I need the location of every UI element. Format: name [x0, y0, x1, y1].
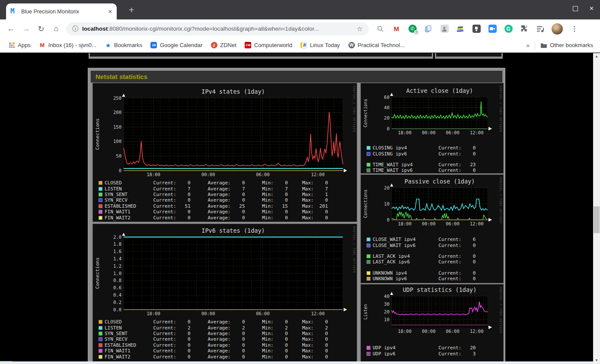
x-tick-label: 18:00 [398, 130, 412, 135]
y-axis-label: Connections [362, 188, 368, 220]
tab-close-icon[interactable]: ✕ [108, 9, 112, 15]
scrollbar-thumb[interactable] [594, 206, 600, 233]
bookmark-bookmarks[interactable]: ★ Bookmarks [105, 42, 142, 49]
back-button[interactable]: ← [6, 24, 15, 33]
reload-button[interactable]: ↻ [37, 24, 45, 34]
legend-swatch [99, 181, 102, 185]
bookmark-label: Inbox (16) - sjvn0... [48, 42, 96, 48]
bookmark-computerworld[interactable]: CW Computerworld [245, 42, 292, 49]
forward-button[interactable]: → [22, 24, 30, 33]
svg-text:M: M [10, 7, 15, 14]
legend-row: CLOSED Current: 0 Average: 0 Min: 0 Max:… [99, 180, 328, 186]
legend-text: TIME_WAIT ipv4 Current: 23 [373, 162, 476, 168]
keep-extension-icon[interactable] [472, 24, 481, 34]
bookmark-linux-today[interactable]: lt Linux Today [300, 42, 340, 49]
legend-text: CLOSED Current: 0 Average: 0 Min: 0 Max:… [105, 180, 328, 186]
extensions-row: M ✆? G ⋮ [376, 23, 582, 35]
legend-row: ESTABLISHED Current: 51 Average: 25 Min:… [99, 203, 328, 209]
next-section-edge [0, 361, 593, 364]
page-info-icon[interactable]: ⓘ [72, 25, 78, 33]
scroll-down-button[interactable]: ▼ [593, 357, 600, 364]
home-button[interactable]: ⌂ [52, 24, 61, 33]
maximize-icon [573, 6, 578, 11]
apps-button[interactable]: Apps [8, 42, 31, 49]
voice-extension-icon[interactable]: ✆? [408, 24, 417, 34]
scroll-up-button[interactable]: ▲ [593, 53, 600, 60]
monitorix-logo-icon: M [10, 7, 17, 16]
address-bar[interactable]: ⓘ localhost:8080/monitorix-cgi/monitorix… [66, 22, 369, 35]
window-maximize-button[interactable] [573, 6, 578, 11]
x-tick-label: 12:00 [470, 221, 484, 226]
passive-close-legend: CLOSE_WAIT ipv4 Current: 6CLOSE_WAIT ipv… [367, 237, 476, 282]
tab-title: Blue Precision Monitorix [21, 9, 108, 15]
x-tick-label: 00:00 [422, 221, 436, 226]
legend-text: LISTEN Current: 7 Average: 7 Min: 7 Max:… [105, 186, 328, 192]
y-tick-label: 1.2 [113, 263, 121, 269]
x-tick-label: 06:00 [446, 221, 460, 226]
legend-text: CLOSING ipv4 Current: 0 [373, 145, 476, 151]
legend-row: TIME_WAIT ipv6 Current: 0 [367, 168, 476, 173]
bookmark-google-calendar[interactable]: 28 Google Calendar [150, 42, 202, 49]
x-tick-label: 06:00 [446, 329, 460, 334]
netstat-section: Netstat statistics 05010015020025018:000… [88, 68, 505, 364]
legend-swatch [367, 237, 370, 241]
chart-title: Active close (1day) [406, 87, 473, 94]
grammarly-extension-icon[interactable]: G [504, 24, 513, 34]
bookmarks-overflow-chevron[interactable]: » [527, 42, 530, 49]
legend-swatch [99, 337, 102, 341]
bookmarks-separator [535, 41, 535, 49]
x-tick-label: 18:00 [147, 311, 160, 316]
other-bookmarks-button[interactable]: Other bookmarks [540, 42, 593, 49]
gmail-extension-icon[interactable]: M [392, 24, 401, 34]
legend-row: CLOSING ipv4 Current: 0 [367, 145, 476, 151]
chart-title: IPv4 states (1day) [201, 88, 265, 95]
browser-menu-icon[interactable]: ⋮ [571, 25, 578, 33]
profile-avatar[interactable] [552, 23, 563, 35]
browser-tab[interactable]: M Blue Precision Monitorix ✕ [6, 3, 117, 19]
x-tick-label: 00:00 [201, 172, 215, 177]
extensions-puzzle-icon[interactable] [520, 24, 529, 34]
legend-swatch [99, 326, 102, 330]
person-extension-icon[interactable] [440, 24, 449, 34]
x-tick-label: 18:00 [398, 221, 412, 226]
x-tick-label: 06:00 [256, 172, 270, 177]
y-tick-label: 40 [384, 105, 389, 110]
copy-extension-icon[interactable] [424, 24, 433, 34]
new-tab-button[interactable]: + [129, 5, 134, 15]
active-close-panel: 020406018:0000:0006:0012:00Active close … [361, 83, 504, 174]
y-tick-label: 20 [384, 309, 389, 314]
legend-text: UDP ipv6 Current: 3 [373, 351, 476, 357]
y-tick-label: 150 [113, 124, 121, 130]
legend-swatch [99, 216, 102, 220]
vertical-scrollbar[interactable]: ▲ ▼ [593, 53, 600, 364]
books-extension-icon[interactable] [456, 24, 465, 34]
x-tick-label: 12:00 [470, 329, 484, 334]
url-host: localhost [82, 25, 108, 32]
y-axis-label: Connections [94, 237, 100, 310]
browser-toolbar: ← → ↻ ⌂ ⓘ localhost:8080/monitorix-cgi/m… [0, 19, 600, 38]
legend-row: CLOSE_WAIT ipv6 Current: 0 [367, 242, 476, 248]
legend-swatch [367, 152, 370, 156]
bookmark-label: ZDNet [220, 42, 236, 48]
legend-text: CLOSE_WAIT ipv6 Current: 0 [373, 243, 476, 248]
legend-text: CLOSE_WAIT ipv4 Current: 6 [373, 237, 476, 242]
window-close-button[interactable]: ✕ [589, 6, 594, 11]
y-tick-label: 30 [384, 301, 389, 307]
legend-swatch [367, 163, 370, 167]
legend-row: LAST_ACK ipv4 Current: 0 [367, 253, 476, 259]
bookmark-star-icon[interactable]: ☆ [357, 25, 363, 33]
folder-icon [540, 42, 547, 49]
x-tick-label: 18:00 [398, 329, 412, 334]
star-icon: ★ [105, 42, 112, 49]
x-tick-label: 00:00 [422, 329, 436, 334]
bookmark-practical-technology[interactable]: W Practical Technol... [348, 42, 405, 49]
legend-swatch [99, 210, 102, 214]
video-call-extension-icon[interactable] [488, 24, 497, 34]
bookmark-inbox[interactable]: M Inbox (16) - sjvn0... [39, 42, 96, 49]
bookmark-zdnet[interactable]: Z ZDNet [211, 42, 236, 49]
calendar-icon: 28 [150, 42, 157, 49]
bookmarks-bar: Apps M Inbox (16) - sjvn0... ★ Bookmarks… [0, 38, 600, 53]
playlist-extension-icon[interactable] [536, 24, 545, 34]
search-extension-icon[interactable] [376, 24, 385, 34]
previous-section-remnant-right [435, 53, 503, 59]
